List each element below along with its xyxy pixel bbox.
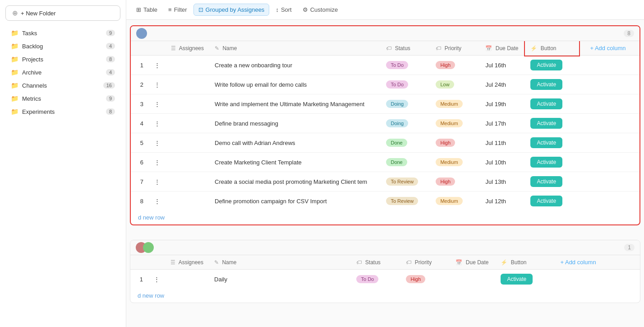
sidebar-label-experiments: Experiments xyxy=(22,108,102,115)
table-button[interactable]: ⊞ Table xyxy=(132,4,162,15)
row-priority[interactable]: Medium xyxy=(430,153,480,172)
add-row-link-1[interactable]: d new row xyxy=(131,210,639,224)
activate-button[interactable]: Activate xyxy=(530,98,562,109)
row-priority[interactable]: Medium xyxy=(430,192,480,211)
row-status[interactable]: Done xyxy=(381,153,430,172)
row-assignees[interactable] xyxy=(166,192,209,211)
sidebar-item-metrics[interactable]: 📁 Metrics 9 xyxy=(4,92,122,105)
row-extra xyxy=(579,114,639,133)
row-assignees[interactable] xyxy=(166,75,209,94)
row-duedate: Jul 13th xyxy=(480,172,525,192)
activate-button[interactable]: Activate xyxy=(501,274,533,285)
sidebar-item-archive[interactable]: 📁 Archive 4 xyxy=(4,66,122,79)
table-icon: ⊞ xyxy=(136,6,141,13)
toolbar: ⊞ Table ≡ Filter ⊡ Grouped by Assignees … xyxy=(126,0,644,20)
row-name: Define promotion campaign for CSV Import xyxy=(209,192,381,211)
new-folder-button[interactable]: ⊕ + New Folder xyxy=(5,5,120,21)
row-duedate: Jul 16th xyxy=(480,56,525,75)
row-assignees[interactable] xyxy=(166,114,209,133)
row-priority[interactable]: High xyxy=(430,133,480,153)
activate-button[interactable]: Activate xyxy=(530,118,562,129)
priority-badge: Medium xyxy=(436,197,462,205)
sidebar-item-tasks[interactable]: 📁 Tasks 9 xyxy=(4,27,122,39)
row-assignees[interactable] xyxy=(165,270,209,289)
row-drag[interactable]: ⋮ xyxy=(149,75,166,94)
row-status[interactable]: To Review xyxy=(381,192,430,211)
row-assignees[interactable] xyxy=(166,94,209,114)
row-priority[interactable]: High xyxy=(400,270,450,289)
row-status[interactable]: To Do xyxy=(381,75,430,94)
row-drag[interactable]: ⋮ xyxy=(149,133,166,153)
row-drag[interactable]: ⋮ xyxy=(149,114,166,133)
add-row-link-2[interactable]: d new row xyxy=(130,289,640,303)
avatar-2b xyxy=(143,242,154,253)
th-assignees-1[interactable]: ☰ Assignees xyxy=(166,41,209,56)
status-badge: To Do xyxy=(356,275,378,283)
sidebar-item-backlog[interactable]: 📁 Backlog 4 xyxy=(4,40,122,52)
th-name-1[interactable]: ✎ Name xyxy=(209,41,381,56)
row-assignees[interactable] xyxy=(166,56,209,75)
th-duedate-2[interactable]: 📅 Due Date xyxy=(450,255,495,270)
grouped-button[interactable]: ⊡ Grouped by Assignees xyxy=(193,4,270,16)
activate-button[interactable]: Activate xyxy=(530,79,562,90)
th-duedate-1[interactable]: 📅 Due Date xyxy=(480,41,525,56)
add-column-link-1[interactable]: + Add column xyxy=(584,41,631,56)
activate-button[interactable]: Activate xyxy=(530,176,562,187)
th-priority-2[interactable]: 🏷 Priority xyxy=(400,255,450,270)
row-status[interactable]: Done xyxy=(381,133,430,153)
row-drag[interactable]: ⋮ xyxy=(149,192,166,211)
th-assignees-2[interactable]: ☰ Assignees xyxy=(165,255,209,270)
row-priority[interactable]: Medium xyxy=(430,114,480,133)
group-count-1: 8 xyxy=(624,30,634,37)
activate-button[interactable]: Activate xyxy=(530,137,562,148)
th-button-1[interactable]: ⚡ Button xyxy=(525,41,579,56)
row-drag[interactable]: ⋮ xyxy=(149,56,166,75)
row-status[interactable]: Doing xyxy=(381,114,430,133)
row-extra xyxy=(579,192,639,211)
th-status-1[interactable]: 🏷 Status xyxy=(381,41,430,56)
row-drag[interactable]: ⋮ xyxy=(149,172,166,192)
th-add-col-1[interactable]: + Add column xyxy=(579,41,639,56)
content-area: 8 ☰ Assignees ✎ Name xyxy=(126,20,644,327)
duedate-cal-icon: 📅 xyxy=(485,45,492,51)
row-assignees[interactable] xyxy=(166,153,209,172)
th-button-2[interactable]: ⚡ Button xyxy=(495,255,549,270)
row-priority[interactable]: High xyxy=(430,172,480,192)
row-drag[interactable]: ⋮ xyxy=(149,94,166,114)
row-drag[interactable]: ⋮ xyxy=(149,153,166,172)
priority-badge: High xyxy=(436,139,455,147)
priority-badge: High xyxy=(436,178,455,186)
status-badge: Doing xyxy=(386,100,408,108)
row-priority[interactable]: Medium xyxy=(430,94,480,114)
th-priority-1[interactable]: 🏷 Priority xyxy=(430,41,480,56)
filter-button[interactable]: ≡ Filter xyxy=(164,4,191,15)
sidebar-item-projects[interactable]: 📁 Projects 8 xyxy=(4,53,122,65)
sort-button[interactable]: ↕ Sort xyxy=(271,4,296,15)
sidebar-item-experiments[interactable]: 📁 Experiments 8 xyxy=(4,105,122,118)
add-column-link-2[interactable]: + Add column xyxy=(555,255,601,270)
filter-label: Filter xyxy=(174,6,187,13)
th-add-col-2[interactable]: + Add column xyxy=(549,255,640,270)
row-status[interactable]: To Do xyxy=(381,56,430,75)
sidebar-item-channels[interactable]: 📁 Channels 16 xyxy=(4,79,122,92)
activate-button[interactable]: Activate xyxy=(530,157,562,168)
activate-button[interactable]: Activate xyxy=(530,60,562,70)
activate-button[interactable]: Activate xyxy=(530,196,562,206)
row-name: Create a new onboarding tour xyxy=(209,56,381,75)
new-folder-label: + New Folder xyxy=(21,10,56,17)
row-assignees[interactable] xyxy=(166,172,209,192)
row-priority[interactable]: Low xyxy=(430,75,480,94)
row-status[interactable]: To Do xyxy=(351,270,400,289)
status-tag-icon-2: 🏷 xyxy=(356,259,362,266)
row-status[interactable]: Doing xyxy=(381,94,430,114)
customize-button[interactable]: ⚙ Customize xyxy=(298,4,342,15)
th-status-2[interactable]: 🏷 Status xyxy=(351,255,400,270)
row-status[interactable]: To Review xyxy=(381,172,430,192)
row-duedate: Jul 19th xyxy=(480,94,525,114)
row-drag[interactable]: ⋮ xyxy=(148,270,165,289)
row-priority[interactable]: High xyxy=(430,56,480,75)
row-assignees[interactable] xyxy=(166,133,209,153)
row-duedate: Jul 10th xyxy=(480,153,525,172)
th-name-2[interactable]: ✎ Name xyxy=(209,255,351,270)
avatar-1 xyxy=(136,28,147,39)
